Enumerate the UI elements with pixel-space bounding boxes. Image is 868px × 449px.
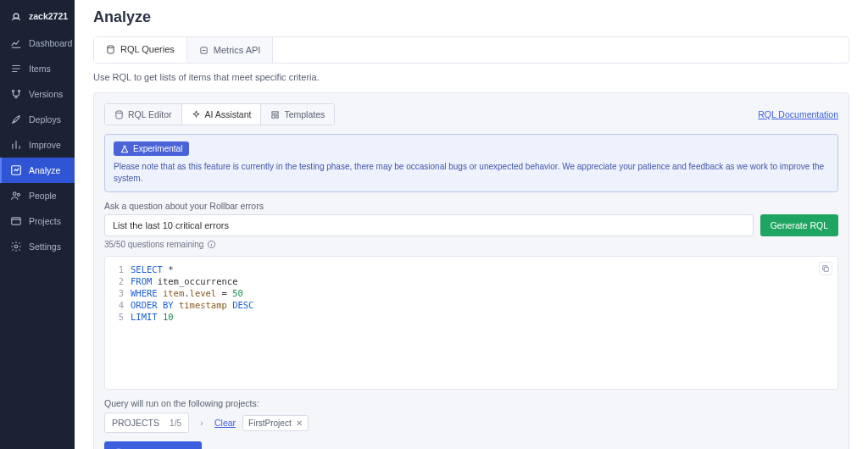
svg-point-5 <box>14 192 17 196</box>
badge-label: Experimental <box>133 144 182 153</box>
experimental-text: Please note that as this feature is curr… <box>114 161 829 185</box>
projects-selector[interactable]: PROJECTS 1/5 <box>104 413 189 433</box>
svg-rect-14 <box>276 114 278 117</box>
projects-note: Query will run on the following projects… <box>104 398 838 408</box>
mode-tabs: RQL Editor AI Assistant Templates <box>104 103 335 125</box>
quota-remaining: 35/50 questions remaining <box>104 240 838 249</box>
svg-rect-12 <box>272 111 278 113</box>
people-icon <box>10 190 22 202</box>
projects-count: 1/5 <box>170 419 181 428</box>
sidebar-item-settings[interactable]: Settings <box>0 234 75 259</box>
sidebar-item-people[interactable]: People <box>0 183 75 208</box>
sidebar-item-deploys[interactable]: Deploys <box>0 107 75 132</box>
sidebar-item-label: Versions <box>29 89 63 99</box>
sidebar-item-label: Projects <box>29 216 61 226</box>
experimental-badge: Experimental <box>114 141 189 156</box>
bar-chart-icon <box>10 139 22 151</box>
close-icon[interactable]: ✕ <box>296 419 303 428</box>
clear-link[interactable]: Clear <box>214 418 236 428</box>
sidebar-item-label: Analyze <box>29 165 60 175</box>
sidebar-item-label: Dashboard <box>29 38 72 48</box>
selector-label: PROJECTS <box>112 418 159 428</box>
tab-label: RQL Queries <box>120 44 175 54</box>
mode-label: Templates <box>284 109 325 119</box>
svg-point-8 <box>14 245 18 248</box>
sparkle-icon <box>192 110 201 119</box>
generate-rql-button[interactable]: Generate RQL <box>760 214 838 236</box>
top-tabs: RQL Queries Metrics API <box>93 36 849 64</box>
svg-rect-13 <box>272 114 275 117</box>
sidebar-item-improve[interactable]: Improve <box>0 132 75 158</box>
brand-label: zack2721 <box>29 11 68 21</box>
sidebar-item-label: Items <box>29 64 51 74</box>
svg-rect-16 <box>824 267 828 271</box>
sidebar-item-items[interactable]: Items <box>0 56 75 81</box>
main-content: Analyze RQL Queries Metrics API Use RQL … <box>75 0 868 449</box>
sidebar-item-label: Settings <box>29 241 61 252</box>
brand-item[interactable]: zack2721 <box>0 3 75 30</box>
code-lines: SELECT * FROM item_occurrence WHERE item… <box>131 263 253 323</box>
rocket-icon <box>10 114 22 125</box>
mode-label: AI Assistant <box>205 109 252 119</box>
ask-label: Ask a question about your Rollbar errors <box>104 201 838 211</box>
db-icon <box>106 45 115 54</box>
sidebar-item-label: Deploys <box>29 114 61 125</box>
run-query-button[interactable]: Run RQL Query <box>104 441 202 449</box>
sidebar: zack2721 Dashboard Items Versions Deploy… <box>0 0 75 449</box>
chip-label: FirstProject <box>248 419 292 428</box>
projects-icon <box>10 215 22 227</box>
sidebar-item-dashboard[interactable]: Dashboard <box>0 30 75 56</box>
sidebar-item-projects[interactable]: Projects <box>0 208 75 234</box>
project-chip: FirstProject ✕ <box>242 415 309 431</box>
mode-ai-assistant[interactable]: AI Assistant <box>182 104 262 125</box>
api-icon <box>199 46 209 55</box>
svg-point-2 <box>18 90 19 91</box>
svg-rect-7 <box>12 218 21 224</box>
flask-icon <box>120 145 129 153</box>
svg-point-11 <box>116 110 122 113</box>
branch-icon <box>10 88 22 100</box>
tab-label: Metrics API <box>214 45 261 55</box>
list-icon <box>10 63 22 75</box>
tab-rql-queries[interactable]: RQL Queries <box>94 37 187 63</box>
line-gutter: 12345 <box>105 263 131 323</box>
page-title: Analyze <box>93 8 849 26</box>
sidebar-item-label: Improve <box>29 140 61 150</box>
chart-line-icon <box>10 37 22 49</box>
experimental-banner: Experimental Please note that as this fe… <box>104 134 838 192</box>
code-editor[interactable]: 12345 SELECT * FROM item_occurrence WHER… <box>104 256 838 390</box>
copy-icon[interactable] <box>819 262 832 275</box>
editor-panel: RQL Editor AI Assistant Templates RQL Do… <box>93 92 849 449</box>
mode-rql-editor[interactable]: RQL Editor <box>105 104 182 125</box>
quota-text: 35/50 questions remaining <box>104 240 203 249</box>
mode-templates[interactable]: Templates <box>261 104 334 125</box>
tab-metrics-api[interactable]: Metrics API <box>187 37 274 63</box>
analyze-icon <box>10 164 22 176</box>
db-icon <box>114 110 124 119</box>
chevron-right-icon[interactable]: › <box>196 419 208 428</box>
mode-label: RQL Editor <box>128 109 172 119</box>
sidebar-item-analyze[interactable]: Analyze <box>0 158 75 183</box>
brand-icon <box>10 10 22 22</box>
info-icon[interactable] <box>207 240 216 249</box>
sidebar-item-label: People <box>29 191 57 201</box>
rql-documentation-link[interactable]: RQL Documentation <box>758 109 838 119</box>
template-icon <box>270 110 280 119</box>
page-description: Use RQL to get lists of items that meet … <box>93 72 849 82</box>
sidebar-item-versions[interactable]: Versions <box>0 81 75 107</box>
svg-point-1 <box>12 90 14 91</box>
svg-point-6 <box>17 193 19 196</box>
svg-point-9 <box>108 45 114 47</box>
question-input[interactable] <box>104 214 754 236</box>
gear-icon <box>10 241 22 252</box>
